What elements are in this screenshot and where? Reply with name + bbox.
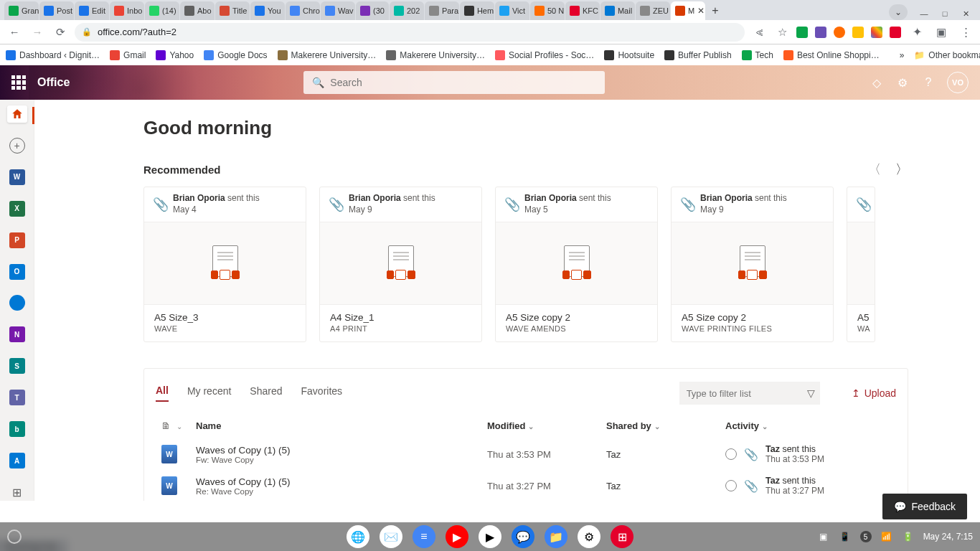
tray-phone-icon[interactable]: 📱	[839, 530, 852, 543]
bookmarks-overflow[interactable]: »	[900, 50, 905, 60]
extension-icon[interactable]	[815, 27, 826, 38]
tray-battery-icon[interactable]: 🔋	[902, 530, 915, 543]
bookmark-item[interactable]: Makerere University…	[386, 50, 485, 60]
browser-tab[interactable]: Wav	[321, 1, 355, 20]
browser-tab[interactable]: ZEU	[636, 1, 670, 20]
rail-outlook-button[interactable]: O	[7, 263, 27, 281]
bookmark-item[interactable]: Best Online Shoppi…	[783, 50, 880, 60]
tray-wifi-icon[interactable]: 📶	[880, 530, 893, 543]
rail-sharepoint-button[interactable]: S	[7, 357, 27, 375]
rail-word-button[interactable]: W	[7, 169, 27, 186]
rail-more-button[interactable]: A	[7, 452, 27, 469]
bookmark-item[interactable]: Hootsuite	[604, 50, 654, 60]
browser-tab[interactable]: Post	[39, 1, 74, 20]
filter-input[interactable]	[687, 388, 807, 399]
bookmark-item[interactable]: Yahoo	[156, 50, 194, 60]
rail-teams-button[interactable]: T	[7, 389, 27, 406]
window-close-button[interactable]: ✕	[958, 7, 973, 20]
app-launcher-button[interactable]	[11, 75, 26, 90]
reload-button[interactable]: ⟳	[52, 24, 69, 41]
upload-button[interactable]: ↥ Upload	[852, 387, 896, 399]
other-bookmarks-folder[interactable]: 📁 Other bookmarks	[914, 50, 980, 60]
tray-badge-icon[interactable]: 5	[860, 531, 872, 542]
col-activity[interactable]: Activity⌄	[725, 420, 896, 431]
file-row[interactable]: WWaves of Copy (1) (5)Re: Wave CopyThu a…	[156, 470, 896, 501]
reco-next-button[interactable]: 〉	[895, 161, 908, 178]
bookmark-item[interactable]: Makerere University…	[278, 50, 377, 60]
rail-bing-button[interactable]: b	[7, 420, 27, 438]
search-input[interactable]	[330, 77, 596, 88]
recommended-card[interactable]: 📎Brian Oporia sent thisMay 5A5 Size copy…	[495, 187, 658, 342]
bookmark-item[interactable]: Dashboard ‹ Dignit…	[6, 50, 100, 60]
browser-tab[interactable]: M✕	[671, 1, 705, 20]
browser-tab[interactable]: (30	[356, 1, 389, 20]
dock-app2-icon[interactable]: ⊞	[611, 525, 633, 548]
extension-icon[interactable]	[852, 27, 864, 38]
help-icon[interactable]: ?	[921, 75, 936, 90]
filter-icon[interactable]: ▽	[807, 387, 815, 399]
settings-icon[interactable]: ⚙	[895, 75, 910, 90]
browser-tab[interactable]: Edit	[75, 1, 109, 20]
rail-create-button[interactable]: +	[7, 137, 27, 154]
browser-tab[interactable]: Hem	[460, 1, 494, 20]
col-type-icon[interactable]: 🗎 ⌄	[156, 420, 196, 431]
bookmark-item[interactable]: Social Profiles - Soc…	[495, 50, 594, 60]
col-name[interactable]: Name	[196, 420, 487, 431]
recommended-card[interactable]: 📎Brian Oporia sent thisMay 9A5 Size copy…	[671, 187, 834, 342]
browser-tab[interactable]: You	[250, 1, 285, 20]
forward-button[interactable]: →	[29, 24, 46, 41]
browser-tab[interactable]: Chro	[286, 1, 320, 20]
bookmark-item[interactable]: Gmail	[110, 50, 146, 60]
rail-apps-button[interactable]: ⊞	[7, 484, 27, 501]
tab-all[interactable]: All	[156, 385, 169, 402]
recommended-card[interactable]: 📎Brian Oporia sent thisMay 9A4 Size_1A4 …	[319, 187, 482, 342]
tab-recent[interactable]: My recent	[187, 385, 231, 401]
bookmark-item[interactable]: Google Docs	[204, 50, 267, 60]
browser-tab[interactable]: 202	[390, 1, 424, 20]
bookmark-item[interactable]: Tech	[742, 50, 773, 60]
file-row[interactable]: WWaves of Copy (1) (5)Fw: Wave CopyThu a…	[156, 438, 896, 470]
extension-icon[interactable]	[890, 27, 901, 38]
rail-onenote-button[interactable]: N	[7, 326, 27, 343]
browser-tab[interactable]: Mail	[600, 1, 635, 20]
search-box[interactable]: 🔍	[303, 71, 605, 94]
browser-tab[interactable]: Title	[215, 1, 250, 20]
browser-tab[interactable]: 50 N	[530, 1, 565, 20]
browser-tab[interactable]: Vict	[495, 1, 529, 20]
dock-messages-icon[interactable]: 💬	[512, 525, 534, 548]
rail-home-button[interactable]	[7, 105, 27, 123]
rail-excel-button[interactable]: X	[7, 200, 27, 217]
side-panel-button[interactable]: ▣	[933, 24, 950, 41]
extensions-button[interactable]: ✦	[908, 24, 925, 41]
tab-favorites[interactable]: Favorites	[301, 385, 343, 401]
window-minimize-button[interactable]: —	[917, 7, 931, 20]
reco-prev-button[interactable]: 〈	[868, 161, 881, 178]
recommended-card[interactable]: 📎A5WA	[847, 187, 875, 342]
account-avatar[interactable]: VO	[947, 72, 969, 93]
dock-gmail-icon[interactable]: ✉️	[380, 525, 402, 548]
start-button[interactable]	[7, 529, 22, 544]
address-bar[interactable]: 🔒 office.com/?auth=2	[75, 23, 745, 42]
browser-menu-button[interactable]: ⋮	[957, 24, 974, 41]
extension-icon[interactable]	[871, 27, 882, 38]
tray-panel-icon[interactable]: ▣	[817, 530, 830, 543]
tab-shared[interactable]: Shared	[250, 385, 282, 401]
browser-tab[interactable]: Para	[425, 1, 459, 20]
col-modified[interactable]: Modified⌄	[487, 420, 606, 431]
feedback-button[interactable]: 💬 Feedback	[882, 494, 967, 519]
browser-tab[interactable]: Gran	[4, 1, 39, 20]
extension-icon[interactable]	[834, 27, 845, 38]
recommended-card[interactable]: 📎Brian Oporia sent thisMay 4A5 Size_3WAV…	[143, 187, 306, 342]
bookmark-star-button[interactable]: ☆	[773, 24, 791, 41]
window-restore-button[interactable]: □	[938, 7, 952, 20]
premium-icon[interactable]: ◇	[870, 75, 884, 90]
share-button[interactable]: ⪡	[750, 24, 768, 41]
tabs-dropdown-button[interactable]: ⌄	[889, 4, 908, 20]
tab-close-button[interactable]: ✕	[697, 6, 705, 16]
dock-chrome-icon[interactable]: 🌐	[347, 525, 369, 548]
browser-tab[interactable]: Abo	[180, 1, 215, 20]
dock-youtube-icon[interactable]: ▶	[446, 525, 468, 548]
dock-app-icon[interactable]: ⚙	[578, 525, 600, 548]
browser-tab[interactable]: KFC	[565, 1, 600, 20]
browser-tab[interactable]: Inbo	[110, 1, 144, 20]
